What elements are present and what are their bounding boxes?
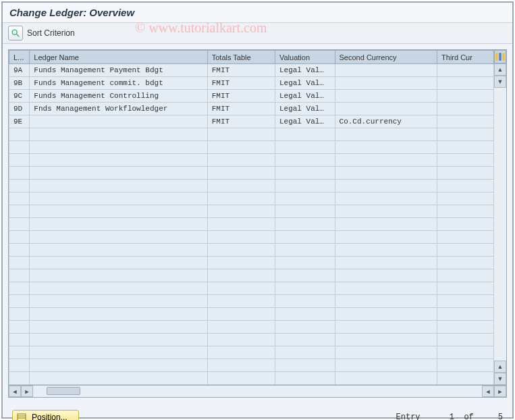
table-row-empty[interactable] xyxy=(9,372,494,385)
cell-totals[interactable]: FMIT xyxy=(207,115,275,128)
table-row-empty[interactable] xyxy=(9,295,494,308)
cell-l[interactable]: 9D xyxy=(9,103,30,115)
cell-second[interactable]: Co.Cd.currency xyxy=(335,115,437,128)
table-config-button[interactable] xyxy=(494,50,506,63)
vertical-scrollbar[interactable]: ▲ ▼ ▲ ▼ xyxy=(494,50,506,385)
magnifier-icon xyxy=(11,28,20,38)
scroll-up2-icon[interactable]: ▲ xyxy=(494,361,506,373)
scroll-down2-icon[interactable]: ▼ xyxy=(494,373,506,385)
cell-second[interactable] xyxy=(335,90,437,103)
position-label: Position... xyxy=(32,413,67,420)
table-row-empty[interactable] xyxy=(9,180,494,192)
cell-name[interactable]: Funds Management Controlling xyxy=(30,90,207,103)
cell-third[interactable] xyxy=(437,64,494,77)
table-row-empty[interactable] xyxy=(9,321,494,334)
cell-l[interactable]: 9A xyxy=(9,64,30,77)
table-row-empty[interactable] xyxy=(9,205,494,218)
cell-totals[interactable]: FMIT xyxy=(207,103,275,115)
cell-name[interactable]: Fnds Management Workflowledger xyxy=(30,103,207,115)
table-row-empty[interactable] xyxy=(9,346,494,359)
table-row[interactable]: 9EFMITLegal Val…Co.Cd.currency xyxy=(9,115,494,128)
detail-button[interactable] xyxy=(8,26,23,41)
table-row[interactable]: 9BFunds Management commit. bdgtFMITLegal… xyxy=(9,77,494,90)
table-row[interactable]: 9AFunds Management Payment BdgtFMITLegal… xyxy=(9,64,494,77)
footer: Position... Entry 1 of 5 xyxy=(3,403,512,420)
cell-third[interactable] xyxy=(437,90,494,103)
cell-valuation[interactable]: Legal Val… xyxy=(275,115,335,128)
cell-valuation[interactable]: Legal Val… xyxy=(275,64,335,77)
cell-valuation[interactable]: Legal Val… xyxy=(275,77,335,90)
position-button[interactable]: Position... xyxy=(12,410,79,420)
table-row-empty[interactable] xyxy=(9,154,494,167)
entry-info: Entry 1 of 5 xyxy=(396,413,503,420)
table-row-empty[interactable] xyxy=(9,282,494,295)
cell-l[interactable]: 9E xyxy=(9,115,30,128)
cell-valuation[interactable]: Legal Val… xyxy=(275,103,335,115)
cell-second[interactable] xyxy=(335,77,437,90)
col-header-totals[interactable]: Totals Table xyxy=(207,51,275,64)
toolbar: Sort Criterion xyxy=(3,23,512,44)
table-row-empty[interactable] xyxy=(9,192,494,205)
svg-line-1 xyxy=(17,34,20,37)
ledger-table: L... Ledger Name Totals Table Valuation … xyxy=(9,50,494,385)
table-row-empty[interactable] xyxy=(9,257,494,269)
horizontal-scrollbar[interactable]: ◄ ► ◄ ► xyxy=(9,385,506,397)
svg-rect-5 xyxy=(18,414,26,420)
table-row-empty[interactable] xyxy=(9,167,494,180)
position-icon xyxy=(17,413,26,420)
page-title: Change Ledger: Overview xyxy=(3,3,512,23)
scroll-right2-icon[interactable]: ► xyxy=(494,386,506,397)
table-row-empty[interactable] xyxy=(9,359,494,372)
table-row-empty[interactable] xyxy=(9,231,494,244)
scroll-down-icon[interactable]: ▼ xyxy=(494,76,506,88)
table-row-empty[interactable] xyxy=(9,141,494,154)
svg-point-0 xyxy=(12,30,17,34)
table-row[interactable]: 9DFnds Management WorkflowledgerFMITLega… xyxy=(9,103,494,115)
sap-window: Change Ledger: Overview Sort Criterion ©… xyxy=(1,1,514,419)
table-row-empty[interactable] xyxy=(9,218,494,231)
cell-totals[interactable]: FMIT xyxy=(207,64,275,77)
scroll-up-icon[interactable]: ▲ xyxy=(494,63,506,76)
col-header-second[interactable]: Second Currency xyxy=(335,51,437,64)
table-row-empty[interactable] xyxy=(9,269,494,282)
cell-l[interactable]: 9B xyxy=(9,77,30,90)
table-row-empty[interactable] xyxy=(9,128,494,141)
sort-criterion-label[interactable]: Sort Criterion xyxy=(27,28,75,38)
scroll-right-icon[interactable]: ► xyxy=(21,386,33,397)
cell-third[interactable] xyxy=(437,115,494,128)
table-row-empty[interactable] xyxy=(9,334,494,346)
cell-name[interactable]: Funds Management commit. bdgt xyxy=(30,77,207,90)
h-scroll-thumb[interactable] xyxy=(47,387,80,395)
cell-totals[interactable]: FMIT xyxy=(207,90,275,103)
table-row[interactable]: 9CFunds Management ControllingFMITLegal … xyxy=(9,90,494,103)
h-scroll-track[interactable] xyxy=(33,386,482,397)
cell-totals[interactable]: FMIT xyxy=(207,77,275,90)
table-row-empty[interactable] xyxy=(9,308,494,321)
table-row-empty[interactable] xyxy=(9,244,494,257)
col-header-valuation[interactable]: Valuation xyxy=(275,51,335,64)
cell-third[interactable] xyxy=(437,77,494,90)
cell-second[interactable] xyxy=(335,64,437,77)
svg-rect-4 xyxy=(502,53,504,60)
svg-rect-3 xyxy=(499,53,501,60)
svg-rect-2 xyxy=(495,53,497,60)
cell-third[interactable] xyxy=(437,103,494,115)
cell-name[interactable]: Funds Management Payment Bdgt xyxy=(30,64,207,77)
table-header-row: L... Ledger Name Totals Table Valuation … xyxy=(9,51,494,64)
col-header-l[interactable]: L... xyxy=(9,51,30,64)
table-area: L... Ledger Name Totals Table Valuation … xyxy=(8,49,507,398)
scroll-left2-icon[interactable]: ◄ xyxy=(482,386,494,397)
v-scroll-track[interactable] xyxy=(494,88,506,361)
cell-name[interactable] xyxy=(30,115,207,128)
col-header-name[interactable]: Ledger Name xyxy=(30,51,207,64)
cell-l[interactable]: 9C xyxy=(9,90,30,103)
col-header-third[interactable]: Third Cur xyxy=(437,51,494,64)
cell-valuation[interactable]: Legal Val… xyxy=(275,90,335,103)
scroll-left-icon[interactable]: ◄ xyxy=(9,386,21,397)
columns-icon xyxy=(495,51,506,62)
cell-second[interactable] xyxy=(335,103,437,115)
